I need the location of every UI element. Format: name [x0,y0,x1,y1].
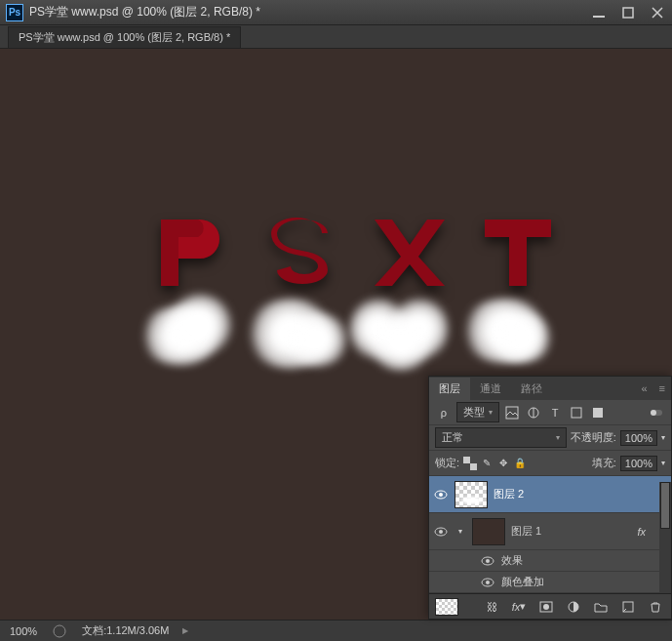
tab-paths[interactable]: 路径 [511,378,552,400]
opacity-value[interactable]: 100% [620,430,657,446]
close-button[interactable] [643,0,672,24]
zoom-level[interactable]: 100% [10,625,37,637]
group-icon[interactable] [591,598,611,616]
layer-name[interactable]: 图层 2 [494,487,667,501]
fill-value[interactable]: 100% [620,456,657,471]
color-overlay-label: 颜色叠加 [501,575,544,589]
type-filter-icon[interactable]: T [546,404,564,421]
svg-rect-5 [572,408,581,418]
layer-thumbnail[interactable] [455,481,488,508]
svg-rect-11 [470,463,477,470]
svg-point-2 [54,625,65,637]
lock-paint-icon[interactable]: ✎ [480,457,494,470]
footer-link-thumbnail[interactable] [435,598,458,616]
layer-list: 图层 2 ▾ 图层 1 fx ▴ 效果 颜色叠加 [429,476,671,593]
opacity-label: 不透明度: [571,430,616,445]
svg-point-19 [486,581,490,584]
status-menu-arrow[interactable]: ▶ [182,626,188,635]
blend-mode-dropdown[interactable]: 正常▾ [435,427,567,448]
layer-color-overlay-row[interactable]: 颜色叠加 [429,572,671,593]
window-title: PS学堂 www.psd @ 100% (图层 2, RGB/8) * [29,4,584,20]
filter-kind-icon[interactable]: ρ [435,404,453,421]
doc-size-label: 文档:1.12M/3.06M [82,623,169,638]
expand-toggle[interactable]: ▾ [455,527,466,536]
visibility-toggle[interactable] [480,576,495,589]
svg-point-13 [439,493,443,497]
svg-rect-6 [593,408,603,418]
visibility-toggle[interactable] [480,554,495,568]
link-layers-icon[interactable]: ⛓ [482,598,501,616]
filter-toggle-switch[interactable] [648,404,665,421]
svg-rect-10 [463,457,470,463]
layer-style-icon[interactable]: fx▾ [509,598,529,616]
fx-badge[interactable]: fx [633,526,650,538]
svg-rect-0 [593,16,605,18]
lock-position-icon[interactable]: ✥ [496,457,510,470]
layers-panel: 图层 通道 路径 « ≡ ρ 类型▾ T 正常▾ 不透明度: 100% ▾ 锁定… [428,376,672,620]
layer-row-1[interactable]: ▾ 图层 1 fx ▴ [429,513,671,550]
tab-channels[interactable]: 通道 [470,378,511,400]
filter-type-dropdown[interactable]: 类型▾ [456,402,499,422]
svg-point-8 [651,410,656,416]
document-tab[interactable]: PS学堂 www.psd @ 100% (图层 2, RGB/8) * [8,26,241,48]
lock-label: 锁定: [435,456,459,470]
effects-label: 效果 [501,553,523,568]
svg-point-15 [439,530,443,534]
status-info-icon[interactable] [51,622,68,640]
visibility-toggle[interactable] [433,525,449,539]
fill-label: 填充: [592,456,616,470]
visibility-toggle[interactable] [433,488,449,501]
layer-thumbnail[interactable] [472,518,505,545]
fill-slider-arrow[interactable]: ▾ [661,459,665,467]
adjustment-layer-icon[interactable] [564,598,583,616]
panel-menu-icon[interactable]: ≡ [653,382,671,394]
layer-name[interactable]: 图层 1 [511,524,627,539]
lock-all-icon[interactable]: 🔒 [513,457,527,470]
svg-point-17 [486,559,490,563]
svg-point-21 [543,604,549,610]
layer-row-2[interactable]: 图层 2 [429,476,671,513]
image-filter-icon[interactable] [503,404,521,421]
minimize-button[interactable] [584,0,613,24]
layer-effects-row[interactable]: 效果 [429,550,671,572]
new-layer-icon[interactable] [618,598,638,616]
svg-rect-3 [506,407,518,419]
tab-layers[interactable]: 图层 [429,378,470,400]
maximize-button[interactable] [613,0,643,24]
shape-filter-icon[interactable] [568,404,585,421]
ps-app-icon: Ps [6,4,23,21]
lock-transparency-icon[interactable] [463,457,477,470]
adjust-filter-icon[interactable] [525,404,542,421]
layer-mask-icon[interactable] [536,598,556,616]
svg-rect-1 [623,8,633,18]
panel-collapse-icon[interactable]: « [635,382,652,394]
layer-scrollbar[interactable] [659,482,671,593]
trash-icon[interactable] [646,598,665,616]
opacity-slider-arrow[interactable]: ▾ [661,433,665,442]
smart-filter-icon[interactable] [589,404,607,421]
artwork-fur [137,293,575,381]
